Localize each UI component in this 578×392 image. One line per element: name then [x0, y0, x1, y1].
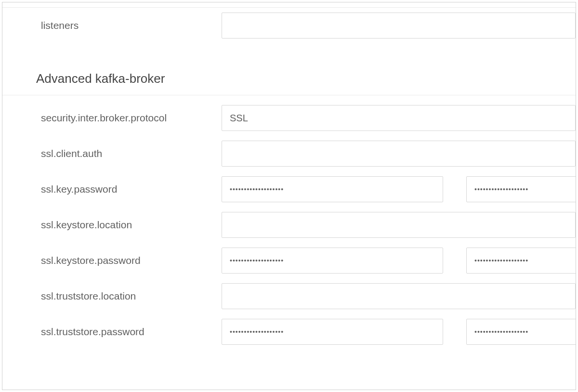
- input-ssl-keystore-password[interactable]: [222, 248, 443, 274]
- input-ssl-client-auth[interactable]: [222, 141, 576, 167]
- label-ssl-keystore-password: ssl.keystore.password: [2, 254, 222, 267]
- label-ssl-client-auth: ssl.client.auth: [2, 147, 222, 160]
- row-listeners: listeners: [2, 8, 576, 43]
- input-ssl-truststore-password[interactable]: [222, 319, 443, 345]
- input-listeners[interactable]: [222, 13, 576, 39]
- row-ssl-client-auth: ssl.client.auth: [2, 136, 576, 171]
- input-ssl-truststore-password-confirm[interactable]: [466, 319, 576, 345]
- input-ssl-keystore-location[interactable]: [222, 212, 576, 238]
- input-col-ssl-keystore-password: [222, 248, 576, 274]
- input-col-ssl-key-password: [222, 176, 576, 202]
- input-col-listeners: [222, 13, 576, 39]
- label-ssl-truststore-location: ssl.truststore.location: [2, 289, 222, 302]
- row-ssl-truststore-password: ssl.truststore.password: [2, 314, 576, 350]
- label-ssl-truststore-password: ssl.truststore.password: [2, 325, 222, 338]
- row-ssl-truststore-location: ssl.truststore.location: [2, 278, 576, 314]
- input-col-ssl-keystore-location: [222, 212, 576, 238]
- input-col-ssl-truststore-password: [222, 319, 576, 345]
- config-panel: listeners Advanced kafka-broker security…: [2, 2, 576, 390]
- section-header-wrap: Advanced kafka-broker: [2, 43, 576, 95]
- label-security-inter-broker-protocol: security.inter.broker.protocol: [2, 111, 222, 124]
- section-title-advanced-kafka-broker: Advanced kafka-broker: [2, 63, 576, 86]
- row-security-inter-broker-protocol: security.inter.broker.protocol: [2, 100, 576, 136]
- label-listeners: listeners: [2, 19, 222, 32]
- label-ssl-keystore-location: ssl.keystore.location: [2, 218, 222, 231]
- input-col-ssl-truststore-location: [222, 283, 576, 309]
- input-col-sibp: [222, 105, 576, 131]
- input-ssl-keystore-password-confirm[interactable]: [466, 248, 576, 274]
- row-ssl-key-password: ssl.key.password: [2, 171, 576, 207]
- row-ssl-keystore-password: ssl.keystore.password: [2, 243, 576, 278]
- input-ssl-truststore-location[interactable]: [222, 283, 576, 309]
- input-ssl-key-password-confirm[interactable]: [466, 176, 576, 202]
- label-ssl-key-password: ssl.key.password: [2, 183, 222, 196]
- config-content: listeners Advanced kafka-broker security…: [2, 2, 576, 350]
- input-col-ssl-client-auth: [222, 141, 576, 167]
- input-security-inter-broker-protocol[interactable]: [222, 105, 576, 131]
- input-ssl-key-password[interactable]: [222, 176, 443, 202]
- row-ssl-keystore-location: ssl.keystore.location: [2, 207, 576, 243]
- advanced-rows: security.inter.broker.protocol ssl.clien…: [2, 95, 576, 350]
